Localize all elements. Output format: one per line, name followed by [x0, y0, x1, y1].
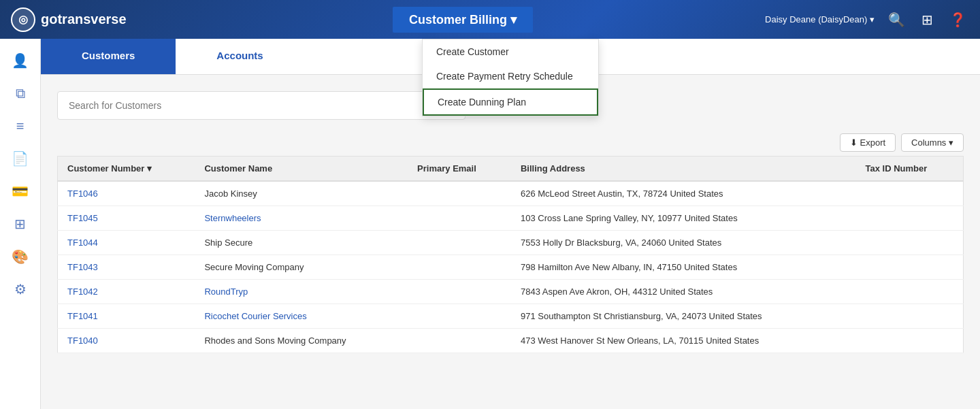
cell-customer-name[interactable]: Ship Secure: [195, 231, 408, 255]
export-button[interactable]: ⬇ Export: [840, 133, 896, 152]
col-billing-address: Billing Address: [511, 157, 856, 182]
cell-primary-email: [408, 329, 511, 353]
cell-customer-number[interactable]: TF1040: [58, 329, 195, 353]
cell-tax-id: [856, 231, 964, 255]
col-tax-id: Tax ID Number: [856, 157, 964, 182]
cell-tax-id: [856, 206, 964, 231]
cell-primary-email: [408, 206, 511, 231]
cell-customer-name[interactable]: Secure Moving Company: [195, 255, 408, 280]
table-row: TF1045Sternwheelers103 Cross Lane Spring…: [58, 206, 964, 231]
table-row: TF1040Rhodes and Sons Moving Company473 …: [58, 329, 964, 353]
table-row: TF1044Ship Secure7553 Holly Dr Blacksbur…: [58, 231, 964, 255]
cell-customer-number[interactable]: TF1042: [58, 280, 195, 304]
table-header: Customer Number ▾ Customer Name Primary …: [58, 157, 964, 182]
sidebar-item-document[interactable]: 📄: [5, 144, 35, 174]
table-row: TF1046Jacob Kinsey626 McLeod Street Aust…: [58, 181, 964, 206]
columns-button[interactable]: Columns ▾: [901, 133, 964, 152]
col-customer-name[interactable]: Customer Name: [195, 157, 408, 182]
topnav: ◎ gotransverse Customer Billing ▾ Create…: [0, 0, 980, 39]
logo-area: ◎ gotransverse: [11, 7, 161, 32]
tab-accounts[interactable]: Accounts: [176, 39, 304, 74]
table-toolbar: ⬇ Export Columns ▾: [41, 125, 980, 156]
tab-customers[interactable]: Customers: [41, 39, 176, 74]
cell-customer-number[interactable]: TF1045: [58, 206, 195, 231]
cell-tax-id: [856, 255, 964, 280]
cell-tax-id: [856, 304, 964, 329]
cell-customer-name[interactable]: RoundTryp: [195, 280, 408, 304]
user-menu[interactable]: Daisy Deane (DaisyDean) ▾: [765, 14, 875, 24]
nav-center: Customer Billing ▾ Create Customer Creat…: [161, 7, 765, 33]
sidebar-item-users[interactable]: 👤: [5, 46, 35, 76]
cell-customer-name[interactable]: Rhodes and Sons Moving Company: [195, 329, 408, 353]
cell-primary-email: [408, 255, 511, 280]
cell-tax-id: [856, 280, 964, 304]
cell-billing-address: 626 McLeod Street Austin, TX, 78724 Unit…: [511, 181, 856, 206]
cell-primary-email: [408, 181, 511, 206]
table-row: TF1042RoundTryp7843 Aspen Ave Akron, OH,…: [58, 280, 964, 304]
help-nav-button[interactable]: ❓: [947, 9, 969, 31]
search-input[interactable]: [69, 100, 431, 111]
cell-tax-id: [856, 329, 964, 353]
cell-customer-number[interactable]: TF1043: [58, 255, 195, 280]
cell-billing-address: 103 Cross Lane Spring Valley, NY, 10977 …: [511, 206, 856, 231]
create-customer-item[interactable]: Create Customer: [423, 39, 598, 64]
sidebar-item-palette[interactable]: 🎨: [5, 242, 35, 272]
cell-billing-address: 7843 Aspen Ave Akron, OH, 44312 United S…: [511, 280, 856, 304]
create-dunning-plan-item[interactable]: Create Dunning Plan: [423, 88, 598, 116]
sidebar-item-calculator[interactable]: ⊞: [5, 209, 35, 239]
search-nav-button[interactable]: 🔍: [885, 9, 908, 31]
sidebar-item-copy[interactable]: ⧉: [5, 78, 35, 108]
table-row: TF1041Ricochet Courier Services971 South…: [58, 304, 964, 329]
cell-customer-name[interactable]: Sternwheelers: [195, 206, 408, 231]
sidebar: 👤 ⧉ ≡ 📄 💳 ⊞ 🎨 ⚙: [0, 39, 41, 409]
cell-customer-name[interactable]: Ricochet Courier Services: [195, 304, 408, 329]
col-primary-email: Primary Email: [408, 157, 511, 182]
search-box: 🔍: [57, 91, 466, 120]
cell-tax-id: [856, 181, 964, 206]
cell-billing-address: 798 Hamilton Ave New Albany, IN, 47150 U…: [511, 255, 856, 280]
cell-customer-number[interactable]: TF1044: [58, 231, 195, 255]
nav-right: Daisy Deane (DaisyDean) ▾ 🔍 ⊞ ❓: [765, 9, 969, 31]
sidebar-item-settings[interactable]: ⚙: [5, 274, 35, 304]
sidebar-item-card[interactable]: 💳: [5, 176, 35, 206]
table-row: TF1043Secure Moving Company798 Hamilton …: [58, 255, 964, 280]
cell-billing-address: 473 West Hanover St New Orleans, LA, 701…: [511, 329, 856, 353]
billing-menu-button[interactable]: Customer Billing ▾: [393, 7, 533, 33]
grid-nav-button[interactable]: ⊞: [919, 9, 936, 31]
cell-primary-email: [408, 231, 511, 255]
table-body: TF1046Jacob Kinsey626 McLeod Street Aust…: [58, 181, 964, 353]
cell-billing-address: 971 Southampton St Christiansburg, VA, 2…: [511, 304, 856, 329]
col-customer-number[interactable]: Customer Number ▾: [58, 157, 195, 182]
logo-text: gotransverse: [41, 12, 127, 27]
cell-billing-address: 7553 Holly Dr Blacksburg, VA, 24060 Unit…: [511, 231, 856, 255]
logo-icon: ◎: [11, 7, 35, 32]
customers-table: Customer Number ▾ Customer Name Primary …: [57, 156, 964, 353]
billing-dropdown: Create Customer Create Payment Retry Sch…: [422, 39, 599, 116]
create-payment-retry-item[interactable]: Create Payment Retry Schedule: [423, 64, 598, 88]
cell-customer-name[interactable]: Jacob Kinsey: [195, 181, 408, 206]
sidebar-item-list[interactable]: ≡: [5, 111, 35, 141]
table-wrapper: Customer Number ▾ Customer Name Primary …: [41, 156, 980, 353]
cell-customer-number[interactable]: TF1041: [58, 304, 195, 329]
cell-primary-email: [408, 304, 511, 329]
cell-primary-email: [408, 280, 511, 304]
cell-customer-number[interactable]: TF1046: [58, 181, 195, 206]
